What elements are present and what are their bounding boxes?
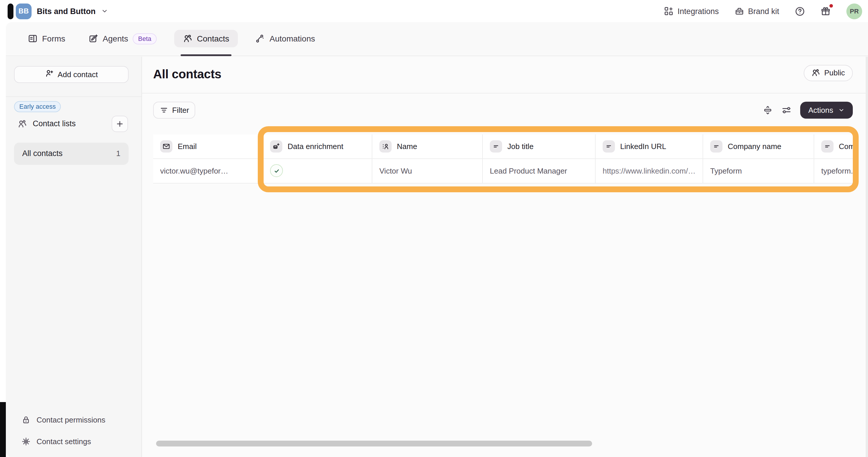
horizontal-scrollbar[interactable] <box>156 440 592 447</box>
app-panel: FormsAgentsBetaContactsAutomations Add c… <box>5 22 868 457</box>
text-icon <box>490 140 502 152</box>
column-label: Company name <box>728 142 781 151</box>
integrations-button[interactable]: Integrations <box>664 6 719 16</box>
cell-value: Typeform <box>710 166 742 175</box>
public-button[interactable]: Public <box>804 65 852 81</box>
chevron-down-icon <box>838 107 844 113</box>
gear-icon <box>21 437 30 446</box>
header-divider <box>142 93 868 93</box>
sidebar-item-contact-settings[interactable]: Contact settings <box>5 431 142 452</box>
text-icon <box>602 140 615 152</box>
plus-icon <box>116 120 124 128</box>
sidebar-item-contact-permissions[interactable]: Contact permissions <box>5 409 142 431</box>
column-settings-icon[interactable] <box>781 105 792 115</box>
column-header-job-title[interactable]: Job title <box>483 134 596 159</box>
contacts-table: EmailData enrichmentNameJob titleLinkedI… <box>153 134 852 183</box>
cell-email[interactable]: victor.wu@typefor… <box>153 159 263 183</box>
agents-icon <box>89 34 98 43</box>
cell-job-title[interactable]: Lead Product Manager <box>483 159 596 183</box>
cell-comp[interactable]: typeform.c <box>814 159 852 183</box>
add-list-button[interactable] <box>112 116 128 132</box>
add-contact-button[interactable]: Add contact <box>14 66 129 83</box>
column-label: Job title <box>507 142 534 151</box>
sidebar-item-all-contacts[interactable]: All contacts1 <box>14 142 129 164</box>
top-bar-right: Integrations Brand kit PR <box>664 0 862 22</box>
footer-item-label: Contact permissions <box>36 416 105 424</box>
toolbar-right: Actions <box>763 102 852 119</box>
filter-button[interactable]: Filter <box>153 102 195 119</box>
sidebar-footer: Contact permissionsContact settings <box>5 409 142 452</box>
brand-kit-icon <box>735 6 744 16</box>
vertical-scrollbar[interactable] <box>865 56 868 457</box>
workspace-switcher[interactable]: BB Bits and Button <box>16 3 108 19</box>
active-tab-underline <box>181 54 232 56</box>
list-item-label: All contacts <box>22 149 63 158</box>
gift-icon[interactable] <box>820 6 831 16</box>
window-handle <box>7 3 13 19</box>
lock-icon <box>21 416 30 424</box>
cell-company-name[interactable]: Typeform <box>703 159 814 183</box>
cell-value: Victor Wu <box>379 166 412 175</box>
column-header-name[interactable]: Name <box>372 134 483 159</box>
sidebar: Add contact Early access Contact lists A… <box>5 56 142 457</box>
column-header-comp[interactable]: Comp <box>814 134 852 159</box>
cell-value: typeform.c <box>821 166 852 175</box>
column-label: LinkedIn URL <box>620 142 666 151</box>
beta-badge: Beta <box>133 33 157 44</box>
integrations-icon <box>664 6 673 16</box>
app-window: BB Bits and Button Integrations Brand ki… <box>0 0 868 457</box>
tab-agents[interactable]: AgentsBeta <box>83 29 162 48</box>
envelope-icon <box>160 140 173 152</box>
tab-forms[interactable]: Forms <box>22 30 71 47</box>
row-height-icon[interactable] <box>763 105 773 115</box>
tab-label: Agents <box>102 34 128 43</box>
cell-value: Lead Product Manager <box>490 166 567 175</box>
contact-lists-row: Contact lists <box>5 115 142 132</box>
people-icon <box>18 119 27 128</box>
avatar[interactable]: PR <box>846 3 862 19</box>
people-icon <box>183 34 192 43</box>
column-header-data-enrichment[interactable]: Data enrichment <box>263 134 372 159</box>
column-header-email[interactable]: Email <box>153 134 263 159</box>
enrichment-icon <box>270 140 282 152</box>
cell-linkedin-url[interactable]: https://www.linkedin.com/… <box>596 159 703 183</box>
chevron-down-icon <box>101 8 108 14</box>
tab-label: Forms <box>42 34 65 43</box>
list-item-count: 1 <box>116 149 120 158</box>
desktop-background <box>0 402 5 457</box>
people-icon <box>811 68 820 77</box>
contact-lists-label: Contact lists <box>33 119 76 128</box>
brand-kit-button[interactable]: Brand kit <box>735 6 779 16</box>
tab-label: Contacts <box>197 34 229 43</box>
text-icon <box>710 140 722 152</box>
automations-icon <box>255 34 265 43</box>
column-label: Comp <box>839 142 852 151</box>
column-header-linkedin-url[interactable]: LinkedIn URL <box>596 134 703 159</box>
filter-label: Filter <box>172 106 189 115</box>
column-label: Data enrichment <box>287 142 343 151</box>
sidebar-divider <box>5 96 142 97</box>
workspace-name: Bits and Button <box>37 7 96 15</box>
cell-value: https://www.linkedin.com/… <box>602 166 695 175</box>
primary-tabs: FormsAgentsBetaContactsAutomations <box>5 22 868 56</box>
enrichment-check-icon <box>270 164 283 177</box>
filter-icon <box>159 106 168 115</box>
add-contact-label: Add contact <box>58 70 98 78</box>
cell-name[interactable]: Victor Wu <box>372 159 483 183</box>
top-bar: BB Bits and Button Integrations Brand ki… <box>0 0 868 22</box>
footer-item-label: Contact settings <box>36 437 91 446</box>
tab-automations[interactable]: Automations <box>250 30 321 47</box>
cell-data-enrichment[interactable] <box>263 159 372 183</box>
person-plus-icon <box>45 69 54 79</box>
text-icon <box>821 140 834 152</box>
main-area: All contacts Public Filter Actions Email… <box>142 56 868 457</box>
contact-lists-header[interactable]: Contact lists <box>18 115 76 132</box>
table-row: victor.wu@typefor…Victor WuLead Product … <box>153 159 852 183</box>
help-icon[interactable] <box>795 6 805 16</box>
actions-button[interactable]: Actions <box>800 102 852 119</box>
forms-icon <box>28 34 37 43</box>
tab-label: Automations <box>270 34 315 43</box>
column-header-company-name[interactable]: Company name <box>703 134 814 159</box>
column-label: Email <box>178 142 197 151</box>
tab-contacts[interactable]: Contacts <box>174 30 238 47</box>
